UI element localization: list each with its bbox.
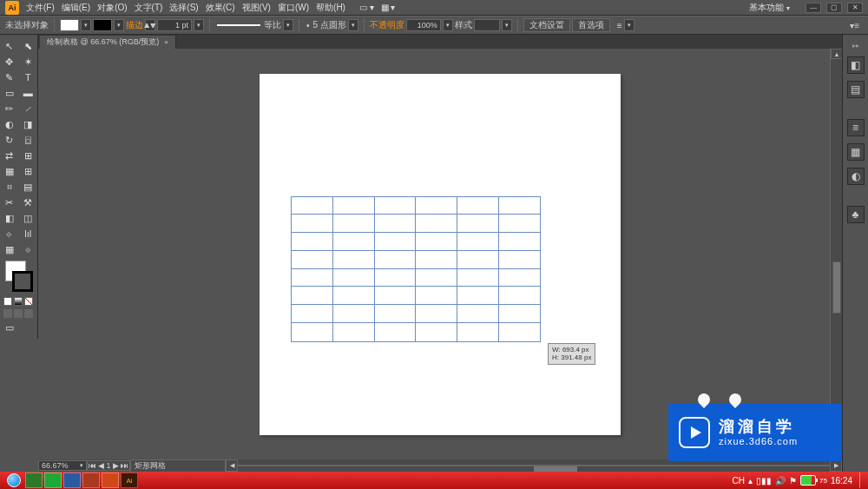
fill-stroke-indicator[interactable] [3,261,35,292]
preferences-button[interactable]: 首选项 [572,18,610,32]
width-tool[interactable]: ⇄ [0,148,19,163]
menu-window[interactable]: 窗口(W) [278,2,309,14]
opacity-dd[interactable]: ▾ [443,19,453,31]
menu-file[interactable]: 文件(F) [26,2,55,14]
stroke-profile-preview[interactable] [217,24,260,26]
menu-help[interactable]: 帮助(H) [316,2,345,14]
brush-profile[interactable]: 5 点圆形 [313,19,346,31]
color-guide-panel-icon[interactable]: ▤ [847,81,865,98]
zoom-tool[interactable]: ⟐ [19,241,38,257]
graph-tool[interactable]: ◫ [19,210,38,226]
style-label[interactable]: 样式 [455,19,472,31]
appearance-panel-icon[interactable]: ♣ [847,206,865,223]
minimize-button[interactable]: — [806,3,821,13]
draw-normal[interactable] [3,309,12,318]
hscroll-right[interactable]: ▶ [830,459,842,472]
network-icon[interactable]: ▯▮▮ [756,476,772,486]
stroke-weight-input[interactable]: 1 pt [157,19,192,31]
layout-icon[interactable]: ▭ ▾ [359,3,374,12]
uniform-dd[interactable]: ▾ [283,19,293,31]
tray-expand-icon[interactable]: ▴ [748,476,753,486]
sound-icon[interactable]: 🔊 [775,476,786,486]
eraser-tool[interactable]: ◨ [19,116,38,132]
zoom-level[interactable]: 66.67%▾ [38,460,87,471]
stroke-weight-dd[interactable]: ▾ [194,19,204,31]
line-tool[interactable]: ▭ [0,85,19,101]
arrange-icon[interactable]: ▦ ▾ [381,3,396,12]
gradient-panel-icon[interactable]: ▦ [847,143,865,161]
ime-indicator[interactable]: CH [733,476,745,486]
slice-tool[interactable]: lıl [19,226,38,241]
artboard-tool[interactable]: ⟐ [0,226,19,241]
document-setup-button[interactable]: 文档设置 [523,18,570,32]
menu-edit[interactable]: 编辑(E) [62,2,90,14]
hscroll-left[interactable]: ◀ [226,459,238,472]
scale-tool[interactable]: ⌼ [19,132,38,148]
vscroll-up[interactable]: ▲ [831,49,843,59]
blend-tool[interactable]: ⚒ [19,195,38,210]
free-transform-tool[interactable]: ⊞ [19,148,38,163]
document-tab-close[interactable]: × [164,38,168,46]
style-swatch[interactable] [474,19,500,31]
flag-icon[interactable]: ⚑ [789,476,797,486]
pencil-tool[interactable]: ⟋ [19,101,38,116]
magic-wand-tool[interactable]: ✥ [0,54,19,69]
expand-panels-icon[interactable]: ▸▸ [852,42,859,50]
transparency-panel-icon[interactable]: ◐ [847,168,865,185]
eyedropper-tool[interactable]: ✂ [0,195,19,210]
taskbar-app-2[interactable] [44,472,62,488]
opacity-label[interactable]: 不透明度 [370,19,404,31]
brush-dd[interactable]: ▾ [348,19,358,31]
rectangle-tool[interactable]: ▬ [19,85,38,101]
taskbar-app-3[interactable] [63,472,81,488]
type-tool[interactable]: T [19,69,38,85]
mesh-tool[interactable]: ⌗ [0,179,19,195]
color-mode[interactable] [3,297,12,306]
gradient-tool[interactable]: ▤ [19,179,38,195]
draw-inside[interactable] [24,309,33,318]
vscroll-thumb[interactable] [832,261,841,314]
show-desktop[interactable] [859,472,865,488]
opacity-input[interactable]: 100% [406,19,441,31]
hscroll-track[interactable] [238,465,830,466]
document-tab[interactable]: 绘制表格 @ 66.67% (RGB/预览) × [40,36,176,49]
align-icon[interactable]: ≡ [617,21,622,30]
battery-icon[interactable] [800,475,816,486]
close-button[interactable]: ✕ [847,3,863,13]
color-panel-icon[interactable]: ◧ [847,56,865,74]
taskbar-app-1[interactable] [25,472,43,488]
screen-mode[interactable]: ▭ [0,320,19,335]
rotate-tool[interactable]: ↻ [0,132,19,148]
taskbar-illustrator[interactable]: Ai [121,472,138,488]
style-dd[interactable]: ▾ [502,19,512,31]
blob-brush-tool[interactable]: ◐ [0,116,19,132]
fill-dropdown[interactable]: ▾ [81,19,91,31]
lasso-tool[interactable]: ✶ [19,54,38,69]
menu-effect[interactable]: 效果(C) [206,2,235,14]
maximize-button[interactable]: ▢ [826,3,842,13]
stroke-label[interactable]: 描边 [126,19,143,31]
rectangular-grid[interactable] [291,196,541,342]
stroke-swatch[interactable] [93,19,112,31]
artboard-nav[interactable]: ⏮◀1▶⏭ [87,460,130,471]
menu-view[interactable]: 视图(V) [242,2,271,14]
draw-behind[interactable] [14,309,23,318]
symbol-tool[interactable]: ◧ [0,210,19,226]
gradient-mode[interactable] [14,297,23,306]
pen-tool[interactable]: ✎ [0,69,19,85]
taskbar-app-4[interactable] [82,472,100,488]
align-dd[interactable]: ▾ [624,19,635,31]
stroke-panel-icon[interactable]: ≡ [847,119,865,136]
menu-select[interactable]: 选择(S) [169,2,198,14]
hand-tool[interactable]: ▦ [0,241,19,257]
fill-swatch[interactable] [60,19,79,31]
taskbar-app-5[interactable] [102,472,119,488]
shape-builder-tool[interactable]: ▦ [0,163,19,179]
selection-tool[interactable]: ↖ [0,38,19,54]
vscroll[interactable]: ▲ ▼ [830,49,842,460]
stroke-color[interactable] [12,271,33,292]
start-button[interactable] [3,472,24,489]
stroke-dropdown[interactable]: ▾ [114,19,124,31]
stroke-weight-down[interactable]: ⯅⯆ [145,19,155,31]
menu-type[interactable]: 文字(T) [135,2,163,14]
